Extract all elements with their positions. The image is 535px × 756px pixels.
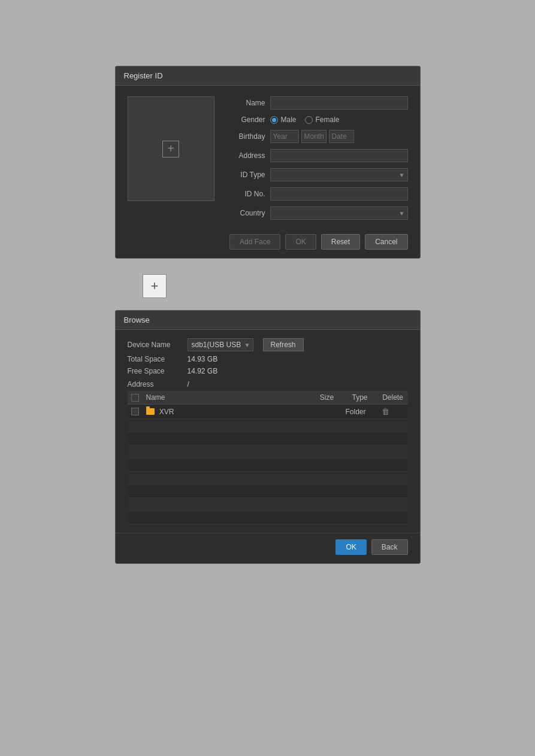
- row-size-cell: [312, 405, 342, 419]
- add-photo-button[interactable]: +: [162, 141, 179, 157]
- standalone-plus-icon[interactable]: +: [143, 274, 167, 298]
- table-row-empty-5: [128, 472, 408, 485]
- total-space-row: Total Space 14.93 GB: [128, 355, 408, 363]
- browse-ok-button[interactable]: OK: [335, 539, 366, 555]
- row-delete-cell: 🗑: [378, 405, 408, 419]
- birthday-month-input[interactable]: [301, 130, 327, 143]
- female-radio-circle[interactable]: [305, 116, 313, 124]
- browse-title: Browse: [116, 311, 420, 330]
- free-space-value: 14.92 GB: [188, 367, 218, 375]
- table-row-empty-7: [128, 498, 408, 511]
- table-row-empty-2: [128, 432, 408, 445]
- birthday-date-input[interactable]: [329, 130, 354, 143]
- table-row-empty-3: [128, 445, 408, 459]
- form-fields: Name Gender Male F: [226, 96, 408, 220]
- name-row: Name: [226, 96, 408, 110]
- birthday-inputs: [270, 130, 354, 143]
- address-row-browse: Address /: [128, 380, 408, 388]
- female-label: Female: [316, 116, 340, 124]
- reset-button[interactable]: Reset: [321, 234, 360, 250]
- country-select[interactable]: [270, 207, 408, 220]
- row-name-cell: XVR: [143, 405, 312, 419]
- device-select-wrapper: sdb1(USB USB) ▼: [188, 338, 253, 351]
- add-face-button[interactable]: Add Face: [229, 234, 280, 250]
- browse-body: Device Name sdb1(USB USB) ▼ Refresh Tota…: [116, 330, 420, 533]
- ok-button[interactable]: OK: [285, 234, 316, 250]
- device-name-row: Device Name sdb1(USB USB) ▼ Refresh: [128, 338, 408, 351]
- id-type-label: ID Type: [226, 171, 265, 179]
- id-no-label: ID No.: [226, 190, 265, 198]
- register-id-dialog: Register ID + Name: [115, 66, 421, 259]
- table-row: XVR Folder 🗑: [128, 405, 408, 419]
- country-label: Country: [226, 209, 265, 217]
- table-header-row: Name Size Type Delete: [128, 391, 408, 405]
- address-label: Address: [226, 151, 265, 160]
- total-space-label: Total Space: [128, 355, 182, 363]
- name-label: Name: [226, 99, 265, 107]
- gender-label: Gender: [226, 116, 265, 124]
- browse-table-header: Name Size Type Delete: [128, 391, 408, 405]
- gender-row: Gender Male Female: [226, 116, 408, 124]
- row-name-value: XVR: [159, 408, 174, 416]
- device-name-label: Device Name: [128, 341, 182, 349]
- gender-radio-group: Male Female: [270, 116, 340, 124]
- id-no-row: ID No.: [226, 187, 408, 201]
- male-label: Male: [281, 116, 297, 124]
- col-name-header: Name: [143, 391, 312, 405]
- browse-footer: OK Back: [116, 533, 420, 563]
- row-check-cell: [128, 405, 143, 419]
- device-name-select[interactable]: sdb1(USB USB): [188, 338, 253, 351]
- browse-address-label: Address: [128, 380, 182, 388]
- country-select-wrapper: ▼: [270, 207, 408, 220]
- browse-table-body: XVR Folder 🗑: [128, 405, 408, 524]
- register-id-title: Register ID: [116, 66, 420, 86]
- plus-icon: +: [167, 142, 174, 156]
- name-input[interactable]: [270, 96, 408, 110]
- page-wrapper: Register ID + Name: [0, 0, 535, 756]
- browse-address-value: /: [188, 380, 189, 388]
- id-no-input[interactable]: [270, 187, 408, 201]
- id-type-select-wrapper: ▼: [270, 168, 408, 181]
- standalone-plus-symbol: +: [151, 278, 159, 294]
- standalone-icon-area: +: [0, 271, 535, 298]
- free-space-row: Free Space 14.92 GB: [128, 367, 408, 375]
- col-type-header: Type: [342, 391, 378, 405]
- select-all-checkbox[interactable]: [131, 394, 139, 402]
- photo-area[interactable]: +: [128, 96, 214, 201]
- browse-back-button[interactable]: Back: [371, 539, 408, 555]
- refresh-button[interactable]: Refresh: [263, 338, 304, 351]
- address-row: Address: [226, 149, 408, 162]
- male-radio-circle[interactable]: [270, 116, 278, 124]
- row-checkbox[interactable]: [131, 408, 139, 415]
- folder-icon: [146, 408, 155, 415]
- col-delete-header: Delete: [378, 391, 408, 405]
- cancel-button[interactable]: Cancel: [365, 234, 407, 250]
- birthday-label: Birthday: [226, 132, 265, 141]
- browse-table: Name Size Type Delete XVR: [128, 391, 408, 524]
- register-layout: + Name Gender: [128, 96, 408, 220]
- delete-icon[interactable]: 🗑: [382, 407, 389, 416]
- total-space-value: 14.93 GB: [188, 355, 218, 363]
- birthday-row: Birthday: [226, 130, 408, 143]
- id-type-row: ID Type ▼: [226, 168, 408, 181]
- country-row: Country ▼: [226, 207, 408, 220]
- row-type-cell: Folder: [342, 405, 378, 419]
- free-space-label: Free Space: [128, 367, 182, 375]
- register-id-body: + Name Gender: [116, 86, 420, 228]
- id-type-select[interactable]: [270, 168, 408, 181]
- register-id-footer: Add Face OK Reset Cancel: [116, 228, 420, 258]
- address-input[interactable]: [270, 149, 408, 162]
- col-check-header: [128, 391, 143, 405]
- table-row-empty-6: [128, 485, 408, 498]
- gender-female-option[interactable]: Female: [305, 116, 340, 124]
- browse-dialog: Browse Device Name sdb1(USB USB) ▼ Refre…: [115, 310, 421, 564]
- col-size-header: Size: [312, 391, 342, 405]
- table-row-empty-4: [128, 459, 408, 472]
- gender-male-option[interactable]: Male: [270, 116, 297, 124]
- table-row-empty-1: [128, 419, 408, 432]
- table-row-empty-8: [128, 511, 408, 524]
- birthday-year-input[interactable]: [270, 130, 299, 143]
